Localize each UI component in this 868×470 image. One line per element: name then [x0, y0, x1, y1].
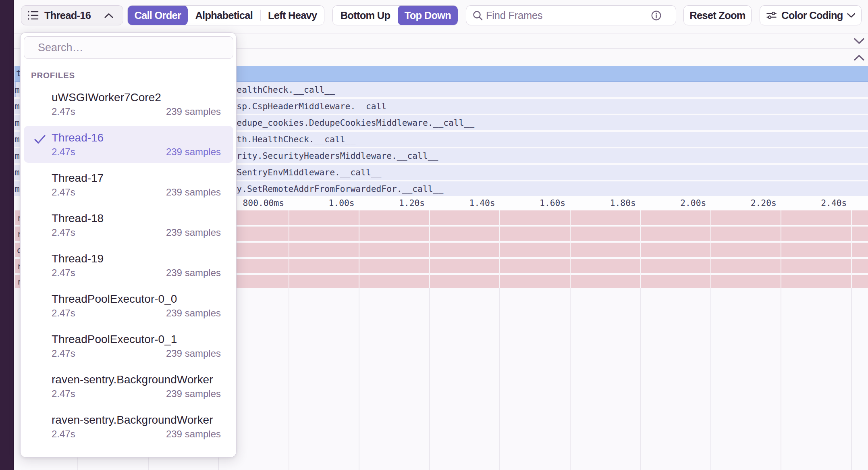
profile-samples: 239 samples [166, 185, 221, 199]
profile-samples: 239 samples [166, 347, 221, 360]
chevron-down-icon [854, 38, 864, 44]
list-icon [28, 10, 39, 20]
profile-name: Thread-18 [52, 212, 221, 225]
profile-duration: 2.47s [52, 427, 75, 441]
profile-list-item[interactable]: raven-sentry.BackgroundWorker 2.47s 239 … [24, 408, 233, 445]
flamegraph-toolbar: Thread-16 Call OrderAlphabeticalLeft Hea… [14, 0, 868, 33]
collapse-section-button[interactable] [854, 54, 864, 61]
gridline [359, 210, 359, 288]
gridline [359, 288, 359, 470]
profiles-list: uWSGIWorker7Core2 2.47s 239 samples Thre… [24, 85, 233, 448]
time-axis-tick-label: 1.80s [610, 198, 636, 209]
time-axis-tick-label: 1.40s [469, 198, 495, 209]
profile-name: uWSGIWorker7Core2 [52, 91, 221, 104]
profile-samples: 239 samples [166, 226, 221, 239]
time-axis-tick-label: 1.20s [399, 198, 425, 209]
gridline [499, 288, 500, 470]
checkmark-icon [34, 135, 46, 144]
profile-name: ThreadPoolExecutor-0_1 [52, 333, 221, 346]
direction-segmented-control: Bottom UpTop Down [332, 5, 458, 25]
profile-list-item[interactable]: Thread-19 2.47s 239 samples [24, 247, 233, 284]
gridline [429, 288, 430, 470]
profiles-section-label: PROFILES [31, 71, 75, 80]
gridline [851, 210, 852, 288]
reset-zoom-button[interactable]: Reset Zoom [683, 5, 752, 25]
sort-segmented-control: Call OrderAlphabeticalLeft Heavy [127, 5, 324, 25]
gridline [710, 210, 711, 288]
color-coding-button[interactable]: Color Coding [760, 5, 862, 25]
thread-selector-dropdown: Search… PROFILES uWSGIWorker7Core2 2.47s… [20, 32, 237, 458]
profile-name: ThreadPoolExecutor-0_0 [52, 292, 221, 306]
dropdown-search-placeholder: Search… [38, 42, 83, 54]
sliders-icon [766, 10, 777, 20]
chevron-up-icon [854, 54, 864, 61]
profile-samples: 239 samples [166, 306, 221, 320]
time-axis-tick-label: 2.40s [821, 198, 847, 209]
profile-samples: 239 samples [166, 145, 221, 159]
app-sidebar-edge [0, 0, 14, 470]
gridline [570, 288, 571, 470]
profile-samples: 239 samples [166, 266, 221, 280]
gridline [710, 288, 711, 470]
profile-list-item[interactable]: uWSGIWorker7Core2 2.47s 239 samples [24, 85, 233, 123]
profile-duration: 2.47s [52, 185, 75, 199]
gridline [289, 210, 289, 288]
profile-duration: 2.47s [52, 306, 75, 320]
sort-option-alphabetical[interactable]: Alphabetical [188, 5, 260, 25]
gridline [570, 210, 571, 288]
gridline [781, 210, 781, 288]
profile-list-item[interactable]: ThreadPoolExecutor-0_0 2.47s 239 samples [24, 287, 233, 324]
direction-option-top-down[interactable]: Top Down [398, 5, 458, 25]
find-frames-input[interactable]: Find Frames [466, 5, 676, 25]
reset-zoom-label: Reset Zoom [689, 10, 745, 21]
profile-samples: 239 samples [166, 387, 221, 401]
profile-name: raven-sentry.BackgroundWorker [52, 413, 221, 427]
chevron-up-icon [104, 13, 113, 18]
gridline [851, 288, 852, 470]
profile-duration: 2.47s [52, 105, 75, 119]
time-axis-tick-label: 1.00s [328, 198, 354, 209]
profile-duration: 2.47s [52, 266, 75, 280]
search-icon [473, 10, 483, 21]
profile-list-item[interactable]: Thread-16 2.47s 239 samples [24, 126, 233, 163]
profile-list-item[interactable]: Thread-18 2.47s 239 samples [24, 206, 233, 243]
profile-duration: 2.47s [52, 387, 75, 401]
dropdown-search-input[interactable]: Search… [24, 36, 233, 59]
profile-name: Thread-17 [52, 171, 221, 185]
time-axis-tick-label: 800.00ms [243, 198, 284, 209]
profile-list-item[interactable]: Thread-17 2.47s 239 samples [24, 166, 233, 203]
profile-name: raven-sentry.BackgroundWorker [52, 373, 221, 387]
direction-option-bottom-up[interactable]: Bottom Up [333, 5, 398, 25]
gridline [429, 210, 430, 288]
info-icon[interactable] [651, 10, 661, 21]
gridline [499, 210, 500, 288]
profile-duration: 2.47s [52, 145, 75, 159]
gridline [781, 288, 781, 470]
chevron-down-icon [847, 13, 855, 18]
profile-samples: 239 samples [166, 427, 221, 441]
find-frames-placeholder: Find Frames [486, 10, 651, 21]
profile-name: Thread-16 [52, 131, 221, 145]
profile-name: Thread-19 [52, 252, 221, 266]
thread-selector-label: Thread-16 [44, 10, 104, 21]
time-axis-tick-label: 2.20s [751, 198, 777, 209]
profile-duration: 2.47s [52, 347, 75, 360]
gridline [640, 210, 641, 288]
time-axis-tick-label: 2.00s [680, 198, 706, 209]
gridline [289, 288, 289, 470]
gridline [640, 288, 641, 470]
profile-list-item[interactable]: raven-sentry.BackgroundWorker 2.47s 239 … [24, 368, 233, 405]
sort-option-left-heavy[interactable]: Left Heavy [261, 5, 324, 25]
thread-selector-button[interactable]: Thread-16 [21, 5, 123, 25]
sort-option-call-order[interactable]: Call Order [128, 5, 188, 25]
time-axis-tick-label: 1.60s [540, 198, 565, 209]
expand-section-button[interactable] [854, 38, 864, 44]
profile-duration: 2.47s [52, 226, 75, 239]
profile-list-item[interactable]: ThreadPoolExecutor-0_1 2.47s 239 samples [24, 327, 233, 364]
color-coding-label: Color Coding [781, 10, 843, 21]
profile-samples: 239 samples [166, 105, 221, 119]
